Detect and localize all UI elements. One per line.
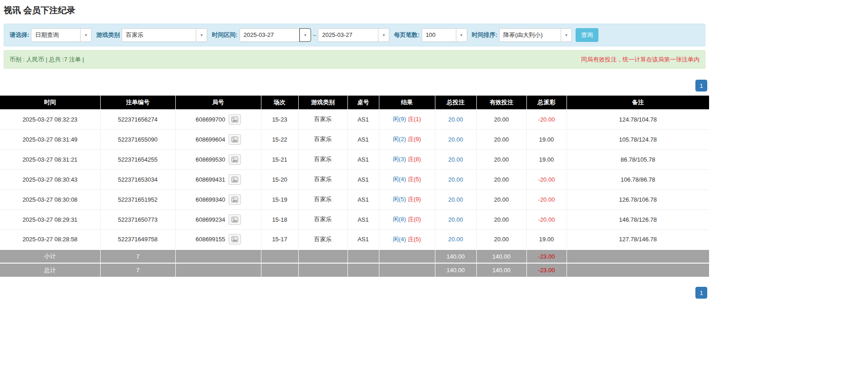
date-to-value: 2025-03-27 xyxy=(318,29,378,41)
query-type-select[interactable]: 日期查询 ▾ xyxy=(31,28,92,42)
cell-valid-bet: 20.00 xyxy=(476,189,526,209)
round-id-group: 608699530 xyxy=(195,154,240,165)
cell-round-id: 608699340 xyxy=(175,189,261,209)
cell-table-no: AS1 xyxy=(347,149,379,169)
view-round-cards-icon[interactable] xyxy=(229,214,241,225)
payout-value: -20.00 xyxy=(538,116,555,123)
table-row: 2025-03-27 08:31:49522371655090608699604… xyxy=(0,129,709,149)
date-from-select[interactable]: 2025-03-27 ▾ xyxy=(240,28,311,42)
game-type-label: 游戏类别 xyxy=(96,31,120,39)
total-bet-link[interactable]: 20.00 xyxy=(448,116,463,123)
cell-valid-bet: 20.00 xyxy=(476,209,526,229)
total-bet-link[interactable]: 20.00 xyxy=(448,236,463,243)
cell-result: 闲(9)庄(1) xyxy=(379,109,435,129)
round-id-group: 608699234 xyxy=(195,214,240,225)
cell-payout: -20.00 xyxy=(526,209,567,229)
result-banker: 庄(9) xyxy=(408,136,421,142)
payout-value: -20.00 xyxy=(538,216,555,223)
cell-session: 15-18 xyxy=(261,209,298,229)
chevron-down-icon[interactable]: ▾ xyxy=(456,29,467,41)
cell-total-bet: 20.00 xyxy=(435,109,476,129)
filter-bar: 请选择: 日期查询 ▾ 游戏类别 百家乐 ▾ 时间区间: 2025-03-27 … xyxy=(4,24,705,46)
total-bet-link[interactable]: 20.00 xyxy=(448,176,463,183)
cell-remark: 86.78/105.78 xyxy=(567,149,709,169)
chevron-down-icon[interactable]: ▾ xyxy=(80,29,91,41)
chevron-down-icon[interactable]: ▾ xyxy=(561,29,572,41)
round-id-text: 608699604 xyxy=(195,136,225,143)
cell-time: 2025-03-27 08:32:23 xyxy=(0,109,100,129)
payout-value: 19.00 xyxy=(539,236,554,243)
cell-time: 2025-03-27 08:31:21 xyxy=(0,149,100,169)
cell-bet-id: 522371651952 xyxy=(100,189,175,209)
result-banker: 庄(8) xyxy=(408,156,421,163)
info-bar: 币别 : 人民币 | 总共 :7 注单 | 同局有效投注，统一计算在该局第一张注… xyxy=(4,50,705,69)
result-banker: 庄(1) xyxy=(408,116,421,122)
subtotal-row-count: 7 xyxy=(100,249,175,263)
total-bet-link[interactable]: 20.00 xyxy=(448,196,463,203)
time-sort-label: 时间排序: xyxy=(472,31,497,39)
page-size-select[interactable]: 100 ▾ xyxy=(422,28,467,42)
cell-total-bet: 20.00 xyxy=(435,129,476,149)
table-row: 2025-03-27 08:29:31522371650773608699234… xyxy=(0,209,709,229)
cell-remark: 146.78/126.78 xyxy=(567,209,709,229)
cell-session: 15-23 xyxy=(261,109,298,129)
cell-total-bet: 20.00 xyxy=(435,209,476,229)
cell-total-bet: 20.00 xyxy=(435,189,476,209)
cell-result: 闲(2)庄(9) xyxy=(379,129,435,149)
subtotal-row-round xyxy=(175,249,261,263)
chevron-down-icon[interactable]: ▾ xyxy=(300,29,311,41)
cell-result: 闲(4)庄(5) xyxy=(379,229,435,249)
view-round-cards-icon[interactable] xyxy=(229,174,241,185)
view-round-cards-icon[interactable] xyxy=(229,194,241,205)
view-round-cards-icon[interactable] xyxy=(229,154,241,165)
cell-payout: -20.00 xyxy=(526,189,567,209)
view-round-cards-icon[interactable] xyxy=(229,234,241,244)
round-id-text: 608699340 xyxy=(195,196,225,203)
date-to-select[interactable]: 2025-03-27 ▾ xyxy=(318,28,389,42)
subtotal-row-game xyxy=(298,249,347,263)
result-player: 闲(3) xyxy=(393,156,406,163)
cell-result: 闲(4)庄(5) xyxy=(379,169,435,189)
result-banker: 庄(0) xyxy=(408,216,421,223)
result-player: 闲(5) xyxy=(393,196,406,203)
cell-session: 15-19 xyxy=(261,189,298,209)
cell-game-type: 百家乐 xyxy=(298,189,347,209)
cell-bet-id: 522371650773 xyxy=(100,209,175,229)
subtotal-row-session xyxy=(261,249,298,263)
subtotal-row-payout: -23.00 xyxy=(526,249,567,263)
cell-table-no: AS1 xyxy=(347,109,379,129)
total-bet-link[interactable]: 20.00 xyxy=(448,156,463,163)
cell-game-type: 百家乐 xyxy=(298,149,347,169)
column-header-7: 结果 xyxy=(379,96,435,109)
view-round-cards-icon[interactable] xyxy=(229,114,241,125)
chevron-down-icon[interactable]: ▾ xyxy=(378,29,389,41)
search-button[interactable]: 查询 xyxy=(576,28,598,42)
column-header-10: 总派彩 xyxy=(526,96,567,109)
column-header-3: 局号 xyxy=(175,96,261,109)
cell-round-id: 608699155 xyxy=(175,229,261,249)
column-header-5: 游戏类别 xyxy=(298,96,347,109)
pagination-page-1[interactable]: 1 xyxy=(695,80,707,91)
time-sort-select[interactable]: 降幂(由大到小) ▾ xyxy=(499,28,572,42)
cell-valid-bet: 20.00 xyxy=(476,229,526,249)
total-bet-link[interactable]: 20.00 xyxy=(448,216,463,223)
round-id-text: 608699155 xyxy=(195,236,225,243)
total-bet-link[interactable]: 20.00 xyxy=(448,136,463,143)
game-type-select[interactable]: 百家乐 ▾ xyxy=(122,28,207,42)
query-type-value: 日期查询 xyxy=(31,29,80,41)
cell-session: 15-22 xyxy=(261,129,298,149)
page-size-value: 100 xyxy=(422,29,456,41)
cell-round-id: 608699530 xyxy=(175,149,261,169)
round-id-group: 608699431 xyxy=(195,174,240,185)
pagination-top: 1 xyxy=(4,80,707,91)
pagination-page-1[interactable]: 1 xyxy=(695,287,707,299)
payout-value: -20.00 xyxy=(538,196,555,203)
view-round-cards-icon[interactable] xyxy=(229,134,241,145)
total-row: 总计7140.00140.00-23.00 xyxy=(0,263,709,277)
chevron-down-icon[interactable]: ▾ xyxy=(196,29,207,41)
column-header-1: 时间 xyxy=(0,96,100,109)
subtotal-row-total-bet: 140.00 xyxy=(435,249,476,263)
cell-remark: 127.78/146.78 xyxy=(567,229,709,249)
cell-valid-bet: 20.00 xyxy=(476,129,526,149)
page-size-label: 每页笔数: xyxy=(394,31,419,39)
